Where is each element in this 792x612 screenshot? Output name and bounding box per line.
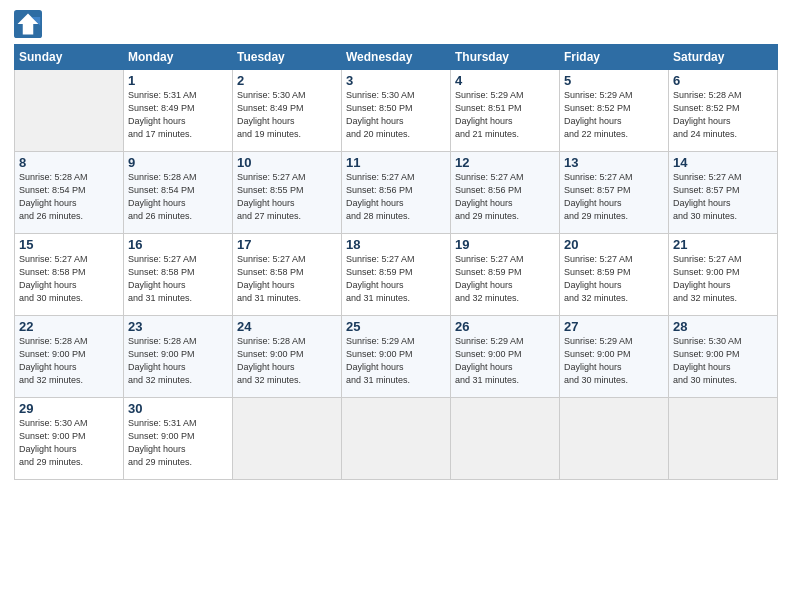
day-number: 9 (128, 155, 228, 170)
day-number: 19 (455, 237, 555, 252)
day-number: 23 (128, 319, 228, 334)
day-info: Sunrise: 5:27 AMSunset: 8:57 PMDaylight … (564, 171, 664, 223)
day-info: Sunrise: 5:29 AMSunset: 8:51 PMDaylight … (455, 89, 555, 141)
page-container: SundayMondayTuesdayWednesdayThursdayFrid… (0, 0, 792, 490)
calendar-cell: 21Sunrise: 5:27 AMSunset: 9:00 PMDayligh… (669, 234, 778, 316)
day-info: Sunrise: 5:31 AMSunset: 8:49 PMDaylight … (128, 89, 228, 141)
calendar-cell: 4Sunrise: 5:29 AMSunset: 8:51 PMDaylight… (451, 70, 560, 152)
day-number: 28 (673, 319, 773, 334)
day-info: Sunrise: 5:31 AMSunset: 9:00 PMDaylight … (128, 417, 228, 469)
calendar-cell: 12Sunrise: 5:27 AMSunset: 8:56 PMDayligh… (451, 152, 560, 234)
day-info: Sunrise: 5:27 AMSunset: 8:55 PMDaylight … (237, 171, 337, 223)
day-info: Sunrise: 5:29 AMSunset: 9:00 PMDaylight … (346, 335, 446, 387)
calendar-cell: 25Sunrise: 5:29 AMSunset: 9:00 PMDayligh… (342, 316, 451, 398)
calendar-cell (342, 398, 451, 480)
calendar-cell: 5Sunrise: 5:29 AMSunset: 8:52 PMDaylight… (560, 70, 669, 152)
day-info: Sunrise: 5:27 AMSunset: 8:59 PMDaylight … (346, 253, 446, 305)
calendar-cell: 27Sunrise: 5:29 AMSunset: 9:00 PMDayligh… (560, 316, 669, 398)
day-info: Sunrise: 5:27 AMSunset: 8:56 PMDaylight … (346, 171, 446, 223)
calendar-cell: 10Sunrise: 5:27 AMSunset: 8:55 PMDayligh… (233, 152, 342, 234)
day-number: 11 (346, 155, 446, 170)
day-info: Sunrise: 5:27 AMSunset: 8:59 PMDaylight … (564, 253, 664, 305)
day-number: 8 (19, 155, 119, 170)
calendar-cell: 1Sunrise: 5:31 AMSunset: 8:49 PMDaylight… (124, 70, 233, 152)
day-info: Sunrise: 5:30 AMSunset: 9:00 PMDaylight … (19, 417, 119, 469)
calendar-cell: 9Sunrise: 5:28 AMSunset: 8:54 PMDaylight… (124, 152, 233, 234)
day-info: Sunrise: 5:27 AMSunset: 8:58 PMDaylight … (237, 253, 337, 305)
calendar-cell: 30Sunrise: 5:31 AMSunset: 9:00 PMDayligh… (124, 398, 233, 480)
day-number: 20 (564, 237, 664, 252)
calendar-cell: 17Sunrise: 5:27 AMSunset: 8:58 PMDayligh… (233, 234, 342, 316)
day-info: Sunrise: 5:27 AMSunset: 8:57 PMDaylight … (673, 171, 773, 223)
calendar-cell: 24Sunrise: 5:28 AMSunset: 9:00 PMDayligh… (233, 316, 342, 398)
day-info: Sunrise: 5:29 AMSunset: 8:52 PMDaylight … (564, 89, 664, 141)
weekday-header-saturday: Saturday (669, 45, 778, 70)
day-info: Sunrise: 5:27 AMSunset: 8:56 PMDaylight … (455, 171, 555, 223)
calendar-cell: 2Sunrise: 5:30 AMSunset: 8:49 PMDaylight… (233, 70, 342, 152)
day-number: 3 (346, 73, 446, 88)
calendar-cell: 20Sunrise: 5:27 AMSunset: 8:59 PMDayligh… (560, 234, 669, 316)
day-number: 5 (564, 73, 664, 88)
day-number: 16 (128, 237, 228, 252)
day-info: Sunrise: 5:27 AMSunset: 8:59 PMDaylight … (455, 253, 555, 305)
day-number: 4 (455, 73, 555, 88)
day-number: 27 (564, 319, 664, 334)
calendar-cell: 23Sunrise: 5:28 AMSunset: 9:00 PMDayligh… (124, 316, 233, 398)
day-info: Sunrise: 5:27 AMSunset: 8:58 PMDaylight … (128, 253, 228, 305)
day-info: Sunrise: 5:29 AMSunset: 9:00 PMDaylight … (564, 335, 664, 387)
day-info: Sunrise: 5:27 AMSunset: 9:00 PMDaylight … (673, 253, 773, 305)
day-info: Sunrise: 5:28 AMSunset: 9:00 PMDaylight … (237, 335, 337, 387)
calendar-cell (560, 398, 669, 480)
weekday-header-tuesday: Tuesday (233, 45, 342, 70)
weekday-header-monday: Monday (124, 45, 233, 70)
day-info: Sunrise: 5:30 AMSunset: 9:00 PMDaylight … (673, 335, 773, 387)
weekday-header-friday: Friday (560, 45, 669, 70)
calendar-cell (233, 398, 342, 480)
day-number: 29 (19, 401, 119, 416)
day-info: Sunrise: 5:28 AMSunset: 9:00 PMDaylight … (128, 335, 228, 387)
day-number: 14 (673, 155, 773, 170)
day-number: 17 (237, 237, 337, 252)
calendar-week-row: 1Sunrise: 5:31 AMSunset: 8:49 PMDaylight… (15, 70, 778, 152)
day-number: 1 (128, 73, 228, 88)
day-number: 10 (237, 155, 337, 170)
day-info: Sunrise: 5:29 AMSunset: 9:00 PMDaylight … (455, 335, 555, 387)
calendar-cell: 3Sunrise: 5:30 AMSunset: 8:50 PMDaylight… (342, 70, 451, 152)
weekday-header-wednesday: Wednesday (342, 45, 451, 70)
calendar-week-row: 22Sunrise: 5:28 AMSunset: 9:00 PMDayligh… (15, 316, 778, 398)
day-number: 12 (455, 155, 555, 170)
day-info: Sunrise: 5:28 AMSunset: 8:54 PMDaylight … (19, 171, 119, 223)
day-number: 13 (564, 155, 664, 170)
calendar-cell: 14Sunrise: 5:27 AMSunset: 8:57 PMDayligh… (669, 152, 778, 234)
day-info: Sunrise: 5:28 AMSunset: 8:52 PMDaylight … (673, 89, 773, 141)
day-number: 25 (346, 319, 446, 334)
day-number: 18 (346, 237, 446, 252)
calendar-cell (669, 398, 778, 480)
calendar-cell: 15Sunrise: 5:27 AMSunset: 8:58 PMDayligh… (15, 234, 124, 316)
day-number: 21 (673, 237, 773, 252)
weekday-header-sunday: Sunday (15, 45, 124, 70)
calendar-cell: 18Sunrise: 5:27 AMSunset: 8:59 PMDayligh… (342, 234, 451, 316)
day-number: 24 (237, 319, 337, 334)
calendar-week-row: 29Sunrise: 5:30 AMSunset: 9:00 PMDayligh… (15, 398, 778, 480)
calendar-week-row: 8Sunrise: 5:28 AMSunset: 8:54 PMDaylight… (15, 152, 778, 234)
calendar-cell: 22Sunrise: 5:28 AMSunset: 9:00 PMDayligh… (15, 316, 124, 398)
calendar-cell: 6Sunrise: 5:28 AMSunset: 8:52 PMDaylight… (669, 70, 778, 152)
logo (14, 10, 44, 38)
calendar-cell (15, 70, 124, 152)
calendar-cell: 19Sunrise: 5:27 AMSunset: 8:59 PMDayligh… (451, 234, 560, 316)
day-number: 2 (237, 73, 337, 88)
day-info: Sunrise: 5:30 AMSunset: 8:49 PMDaylight … (237, 89, 337, 141)
header (14, 10, 778, 38)
day-number: 26 (455, 319, 555, 334)
calendar-cell: 13Sunrise: 5:27 AMSunset: 8:57 PMDayligh… (560, 152, 669, 234)
day-info: Sunrise: 5:27 AMSunset: 8:58 PMDaylight … (19, 253, 119, 305)
calendar-week-row: 15Sunrise: 5:27 AMSunset: 8:58 PMDayligh… (15, 234, 778, 316)
weekday-header-thursday: Thursday (451, 45, 560, 70)
calendar-cell: 16Sunrise: 5:27 AMSunset: 8:58 PMDayligh… (124, 234, 233, 316)
calendar-cell (451, 398, 560, 480)
day-number: 22 (19, 319, 119, 334)
calendar-cell: 11Sunrise: 5:27 AMSunset: 8:56 PMDayligh… (342, 152, 451, 234)
calendar-cell: 8Sunrise: 5:28 AMSunset: 8:54 PMDaylight… (15, 152, 124, 234)
day-info: Sunrise: 5:30 AMSunset: 8:50 PMDaylight … (346, 89, 446, 141)
